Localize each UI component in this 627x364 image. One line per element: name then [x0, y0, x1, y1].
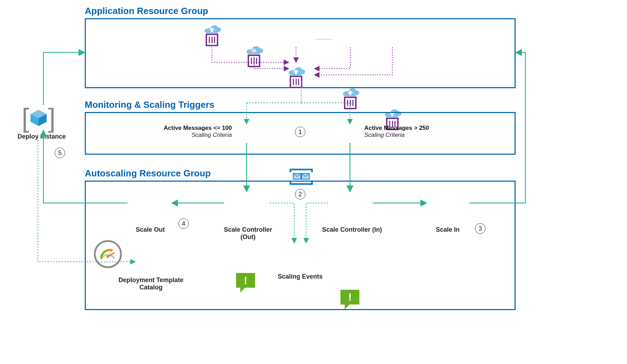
autoscale-group-title: Autoscaling Resource Group — [85, 168, 211, 179]
criteria-low: Active Messages <= 100 Scaling Criteria — [158, 125, 232, 139]
step-3-marker: 3 — [475, 223, 485, 234]
scale-ctrl-in-label: Scale Controller (In) — [315, 226, 389, 233]
criteria-high-rule: Active Messages > 250 — [364, 125, 452, 132]
compute-instance-4 — [340, 88, 361, 109]
criteria-low-rule: Active Messages <= 100 — [158, 125, 232, 132]
criteria-high: Active Messages > 250 Scaling Criteria — [364, 125, 452, 139]
step-4-marker: 4 — [178, 218, 189, 229]
app-group-title: Application Resource Group — [85, 6, 208, 16]
criteria-low-sub: Scaling Criteria — [158, 132, 232, 139]
scale-ctrl-out-label: Scale Controller (Out) — [217, 226, 279, 241]
step-1-marker: 1 — [295, 127, 305, 137]
instances-ellipsis: .......... — [315, 35, 332, 41]
compute-instance-1 — [201, 25, 222, 46]
deploy-instance-icon: [ ] — [22, 106, 55, 130]
compute-instance-3 — [285, 67, 306, 88]
deploy-instance-label: Deploy Instance — [15, 133, 68, 140]
step-2-marker: 2 — [295, 189, 305, 200]
monitor-group-title: Monitoring & Scaling Triggers — [85, 99, 214, 110]
criteria-high-sub: Scaling Criteria — [364, 132, 452, 139]
scale-out-label: Scale Out — [128, 226, 173, 233]
compute-instance-2 — [243, 46, 264, 67]
scaling-events-label: Scaling Events — [277, 273, 323, 280]
scale-in-label: Scale In — [427, 226, 469, 233]
step-5-marker: 5 — [55, 148, 65, 158]
template-catalog-label: Deployment Template Catalog — [118, 276, 184, 291]
